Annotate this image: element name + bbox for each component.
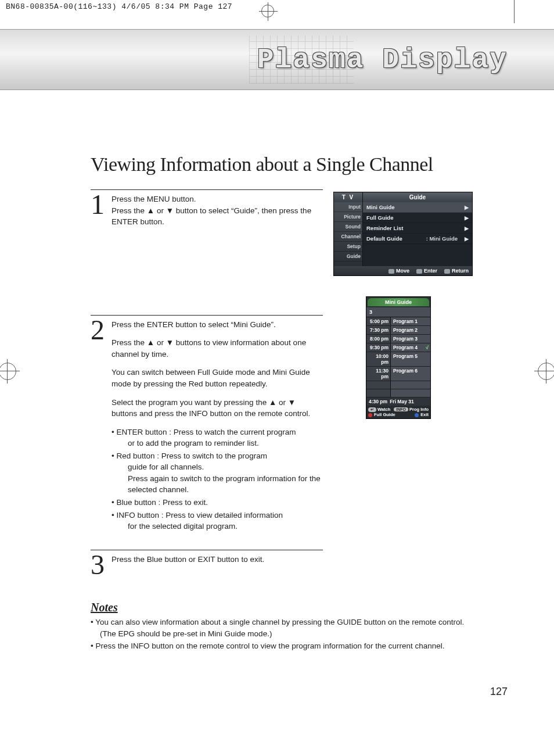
- osd1-row-default-guide[interactable]: Default Guide : Mini Guide ▶: [363, 234, 472, 244]
- osd-mini-guide: Mini Guide 3 5:00 pm Program 1 7:30 pm P…: [366, 296, 431, 419]
- chevron-right-icon: ▶: [465, 205, 469, 210]
- osd1-side-guide[interactable]: Guide: [334, 252, 362, 261]
- info-pill-icon: INFO: [394, 407, 408, 411]
- osd2-hint-watch: ↵Watch: [368, 407, 390, 412]
- osd2-status-date: Fri May 31: [390, 399, 414, 404]
- osd2-channel: 3: [366, 307, 430, 317]
- bullet-enter: • ENTER button : Press to watch the curr…: [111, 427, 323, 449]
- registration-mark-top: [261, 5, 274, 17]
- step-1: 1 Press the MENU button. Press the ▲ or …: [91, 189, 323, 228]
- step2-p1: Press the ENTER button to select “Mini G…: [111, 319, 323, 331]
- osd1-row-full-guide[interactable]: Full Guide ▶: [363, 213, 472, 223]
- osd1-side-channel[interactable]: Channel: [334, 232, 362, 242]
- osd2-item-2[interactable]: 7:30 pm Program 2: [366, 326, 430, 335]
- banner: Plasma Display: [0, 29, 554, 90]
- osd2-hint-exit: Exit: [415, 412, 429, 417]
- osd2-item-1[interactable]: 5:00 pm Program 1: [366, 317, 430, 326]
- osd2-item-5-time: 10:00 pm: [366, 352, 391, 366]
- bullet-info-lead: • INFO button : Press to view detailed i…: [111, 511, 283, 519]
- bullet-info: • INFO button : Press to view detailed i…: [111, 510, 323, 532]
- osd2-hint-fullguide: Full Guide: [368, 412, 395, 417]
- step1-line2: Press the ▲ or ▼ button to select “Guide…: [111, 206, 311, 227]
- osd1-header: T V Guide: [334, 192, 472, 202]
- bullet-red-lead: • Red button : Press to switch to the pr…: [111, 452, 267, 460]
- red-dot-icon: [368, 413, 372, 417]
- osd1-side-setup[interactable]: Setup: [334, 242, 362, 252]
- blue-dot-icon: [415, 413, 419, 417]
- step1-line1: Press the MENU button.: [111, 195, 196, 203]
- step-2: 2 Press the ENTER button to select “Mini…: [91, 315, 323, 533]
- osd1-footer: Move Enter Return: [334, 266, 472, 275]
- step2-p2: Press the ▲ or ▼ buttons to view informa…: [111, 337, 323, 360]
- bullet-blue-lead: • Blue button : Press to exit.: [111, 498, 208, 507]
- osd2-item-6-prog: Program 6: [391, 367, 430, 381]
- osd1-hint-enter: Enter: [416, 268, 437, 274]
- notes-heading: Notes: [91, 601, 474, 614]
- osd2-title: Mini Guide: [368, 298, 429, 306]
- osd1-side-picture[interactable]: Picture: [334, 212, 362, 222]
- bullet-red-sub: guide for all channels.: [120, 461, 323, 473]
- osd1-row-mini-guide-label: Mini Guide: [366, 204, 395, 210]
- osd2-item-1-time: 5:00 pm: [366, 317, 391, 325]
- bullet-enter-lead: • ENTER button : Press to watch the curr…: [111, 428, 296, 436]
- osd2-item-6-time: 11:30 pm: [366, 367, 391, 381]
- osd2-item-2-time: 7:30 pm: [366, 326, 391, 334]
- osd2-item-6[interactable]: 11:30 pm Program 6: [366, 367, 430, 381]
- step-3: 3 Press the Blue button or EXIT button t…: [91, 550, 323, 576]
- osd2-item-5[interactable]: 10:00 pm Program 5: [366, 352, 430, 367]
- step-body-2: Press the ENTER button to select “Mini G…: [111, 319, 323, 533]
- osd2-status-bar: 4:30 pm Fri May 31: [366, 397, 430, 406]
- step-number-1: 1: [91, 194, 107, 228]
- chevron-right-icon: ▶: [465, 215, 469, 221]
- osd2-item-blank1: [366, 381, 430, 389]
- notes-section: Notes • You can also view information ab…: [91, 601, 474, 653]
- bullet-red: • Red button : Press to switch to the pr…: [111, 450, 323, 496]
- osd1-side-sound[interactable]: Sound: [334, 222, 362, 232]
- osd2-item-blank2: [366, 389, 430, 397]
- osd1-row-mini-guide[interactable]: Mini Guide ▶: [363, 202, 472, 213]
- osd1-row-reminder[interactable]: Reminder List ▶: [363, 223, 472, 234]
- osd1-side-input[interactable]: Input: [334, 202, 362, 212]
- osd2-item-3[interactable]: 8:00 pm Program 3: [366, 335, 430, 343]
- steps-column: 1 Press the MENU button. Press the ▲ or …: [91, 189, 323, 592]
- step2-bullets: • ENTER button : Press to watch the curr…: [111, 427, 323, 532]
- step-body-1: Press the MENU button. Press the ▲ or ▼ …: [111, 194, 323, 228]
- note-2: • Press the INFO button on the remote co…: [91, 640, 474, 652]
- step2-p3: You can switch between Full Guide mode a…: [111, 367, 323, 389]
- osd1-row-reminder-label: Reminder List: [366, 225, 403, 231]
- bullet-info-sub: for the selected digital program.: [120, 521, 323, 532]
- osd2-item-4[interactable]: 9:30 pm Program 4: [366, 343, 430, 352]
- registration-mark-left: [0, 363, 16, 380]
- osd1-row-default-guide-value: : Mini Guide: [426, 235, 458, 242]
- bullet-red-sub2: Press again to switch to the program inf…: [120, 473, 323, 496]
- osd2-fullguide-label: Full Guide: [374, 412, 395, 417]
- bullet-enter-sub: or to add the program to reminder list.: [120, 438, 323, 449]
- osd-guide-menu: T V Guide Input Picture Sound Channel Se…: [333, 192, 473, 276]
- osd1-row-default-guide-label: Default Guide: [366, 235, 402, 242]
- step2-p4: Select the program you want by pressing …: [111, 397, 323, 420]
- osd2-proginfo-label: Prog Info: [409, 407, 429, 412]
- osd2-item-5-prog: Program 5: [391, 352, 430, 366]
- step-number-3: 3: [91, 554, 107, 576]
- osd1-sidebar: Input Picture Sound Channel Setup Guide: [334, 202, 363, 266]
- osd2-status-time: 4:30 pm: [369, 399, 387, 404]
- crop-line-top-right: [514, 0, 515, 23]
- osd1-main: Mini Guide ▶ Full Guide ▶ Reminder List …: [363, 202, 472, 266]
- osd1-title: Guide: [363, 192, 472, 202]
- osd2-item-2-prog: Program 2: [391, 326, 430, 334]
- osd2-exit-label: Exit: [420, 412, 429, 417]
- print-slug: BN68-00835A-00(116~133) 4/6/05 8:34 PM P…: [6, 2, 232, 11]
- step-body-3: Press the Blue button or EXIT button to …: [111, 554, 264, 576]
- note-1: • You can also view information about a …: [91, 617, 474, 639]
- osd1-hint-return: Return: [444, 268, 469, 274]
- bullet-blue: • Blue button : Press to exit.: [111, 497, 323, 508]
- chevron-right-icon: ▶: [465, 236, 469, 242]
- osd1-tv-label: T V: [334, 192, 363, 202]
- chevron-right-icon: ▶: [465, 225, 469, 231]
- osd2-program-list: 5:00 pm Program 1 7:30 pm Program 2 8:00…: [366, 317, 430, 397]
- step3-line: Press the Blue button or EXIT button to …: [111, 555, 264, 564]
- osd2-hint-proginfo: INFOProg Info: [394, 407, 429, 412]
- osd2-item-1-prog: Program 1: [391, 317, 430, 325]
- osd1-row-full-guide-label: Full Guide: [366, 214, 393, 221]
- osd2-item-3-time: 8:00 pm: [366, 335, 391, 343]
